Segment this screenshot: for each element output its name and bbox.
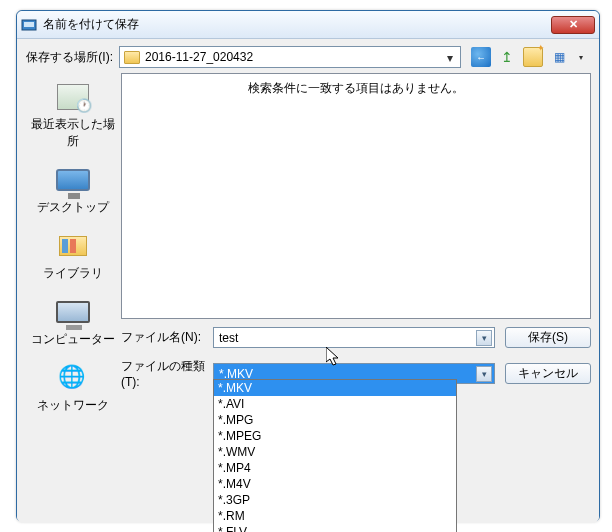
filetype-option[interactable]: *.MPEG [214,428,456,444]
location-combo[interactable]: 2016-11-27_020432 ▾ [119,46,461,68]
folder-icon [124,51,140,64]
save-as-dialog: 名前を付けて保存 ✕ 保存する場所(I): 2016-11-27_020432 … [16,10,600,522]
filetype-label: ファイルの種類(T): [121,358,213,389]
filetype-option[interactable]: *.MP4 [214,460,456,476]
filename-label: ファイル名(N): [121,329,213,346]
close-button[interactable]: ✕ [551,16,595,34]
filetype-option[interactable]: *.WMV [214,444,456,460]
save-button[interactable]: 保存(S) [505,327,591,348]
place-desktop[interactable]: デスクトップ [28,162,118,218]
computer-icon [56,301,90,323]
views-dropdown-icon[interactable] [571,47,591,67]
filetype-option[interactable]: *.RM [214,508,456,524]
filename-row: ファイル名(N): test ▾ 保存(S) [121,327,591,348]
svg-rect-1 [24,22,34,27]
chevron-down-icon[interactable]: ▾ [442,50,457,65]
chevron-down-icon[interactable]: ▾ [476,366,492,382]
file-list-pane[interactable]: 検索条件に一致する項目はありません。 [121,73,591,319]
network-icon [58,364,88,392]
libraries-icon [59,236,87,256]
views-icon[interactable] [549,47,569,67]
filetype-option[interactable]: *.AVI [214,396,456,412]
new-folder-icon[interactable] [523,47,543,67]
window-title: 名前を付けて保存 [43,16,551,33]
filename-value: test [219,331,238,345]
empty-message: 検索条件に一致する項目はありません。 [248,80,464,318]
location-label: 保存する場所(I): [25,49,119,66]
filetype-option[interactable]: *.MKV [214,380,456,396]
filename-input[interactable]: test ▾ [213,327,495,348]
location-row: 保存する場所(I): 2016-11-27_020432 ▾ [25,45,591,69]
place-recent[interactable]: 最近表示した場所 [28,79,118,152]
bottom-area: ファイル名(N): test ▾ 保存(S) ファイルの種類(T): *.MKV… [25,327,591,389]
places-sidebar: 最近表示した場所 デスクトップ ライブラリ コンピューター ネットワーク [25,73,121,319]
filetype-option[interactable]: *.MPG [214,412,456,428]
filetype-option[interactable]: *.FLV [214,524,456,532]
cancel-button[interactable]: キャンセル [505,363,591,384]
filetype-option[interactable]: *.M4V [214,476,456,492]
recent-icon [57,84,89,110]
filetype-dropdown[interactable]: *.MKV*.AVI*.MPG*.MPEG*.WMV*.MP4*.M4V*.3G… [213,379,457,532]
back-icon[interactable] [471,47,491,67]
up-icon[interactable] [497,47,517,67]
filetype-option[interactable]: *.3GP [214,492,456,508]
location-value: 2016-11-27_020432 [145,50,253,64]
app-icon [21,17,37,33]
desktop-icon [56,169,90,191]
dialog-body: 保存する場所(I): 2016-11-27_020432 ▾ 最近表示した場所 … [17,39,599,523]
place-libraries[interactable]: ライブラリ [28,228,118,284]
nav-toolbar [471,47,591,67]
titlebar[interactable]: 名前を付けて保存 ✕ [17,11,599,39]
chevron-down-icon[interactable]: ▾ [476,330,492,346]
main-area: 最近表示した場所 デスクトップ ライブラリ コンピューター ネットワーク 検索条… [25,73,591,319]
